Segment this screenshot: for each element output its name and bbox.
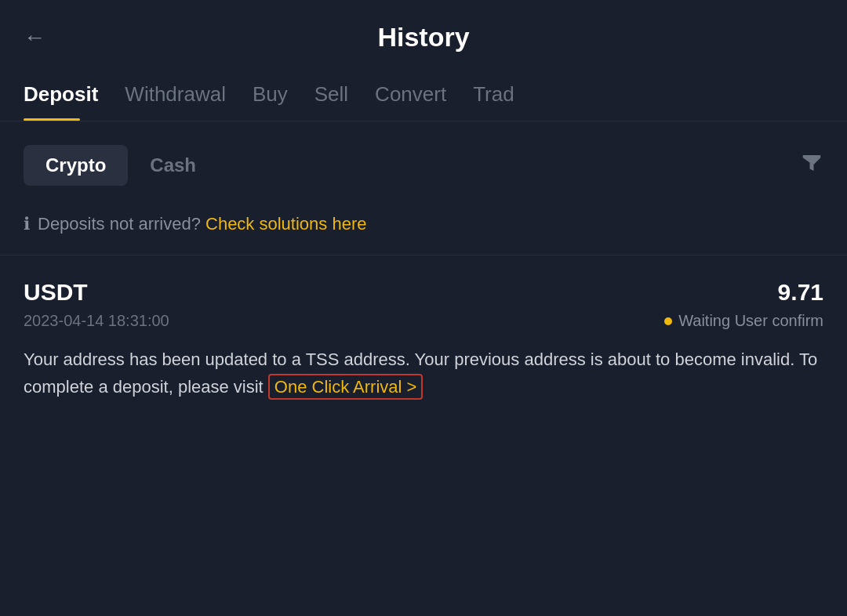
tab-convert[interactable]: Convert bbox=[375, 68, 465, 121]
transaction-bottom-row: 2023-04-14 18:31:00 Waiting User confirm bbox=[24, 312, 823, 330]
filter-section: Crypto Cash bbox=[0, 121, 847, 201]
tab-trade[interactable]: Trad bbox=[473, 68, 533, 121]
transaction-amount: 9.71 bbox=[778, 279, 823, 306]
transaction-date: 2023-04-14 18:31:00 bbox=[24, 312, 169, 330]
back-icon: ← bbox=[24, 25, 45, 50]
transaction-status: Waiting User confirm bbox=[664, 312, 823, 330]
info-icon: ℹ bbox=[24, 214, 30, 234]
tab-withdrawal[interactable]: Withdrawal bbox=[125, 68, 245, 121]
tab-deposit[interactable]: Deposit bbox=[24, 68, 117, 121]
filter-icon[interactable] bbox=[800, 151, 823, 180]
header: ← History bbox=[0, 0, 847, 68]
transaction-message: Your address has been updated to a TSS a… bbox=[24, 346, 823, 400]
tab-buy[interactable]: Buy bbox=[253, 68, 307, 121]
notice-text: Deposits not arrived? Check solutions he… bbox=[38, 214, 366, 234]
notice-bar: ℹ Deposits not arrived? Check solutions … bbox=[0, 201, 847, 247]
transaction-top-row: USDT 9.71 bbox=[24, 279, 823, 306]
transaction-currency: USDT bbox=[24, 279, 88, 306]
status-dot-icon bbox=[664, 317, 672, 325]
cash-filter-button[interactable]: Cash bbox=[128, 145, 218, 186]
transaction-card: USDT 9.71 2023-04-14 18:31:00 Waiting Us… bbox=[0, 255, 847, 416]
one-click-arrival-link[interactable]: One Click Arrival > bbox=[268, 374, 424, 400]
tab-sell[interactable]: Sell bbox=[314, 68, 367, 121]
status-text: Waiting User confirm bbox=[678, 312, 823, 330]
tabs-container: Deposit Withdrawal Buy Sell Convert Trad bbox=[0, 68, 847, 121]
check-solutions-link[interactable]: Check solutions here bbox=[205, 214, 366, 234]
crypto-filter-button[interactable]: Crypto bbox=[24, 145, 128, 186]
page-title: History bbox=[377, 22, 469, 53]
filter-buttons: Crypto Cash bbox=[24, 145, 218, 186]
back-button[interactable]: ← bbox=[24, 25, 45, 50]
